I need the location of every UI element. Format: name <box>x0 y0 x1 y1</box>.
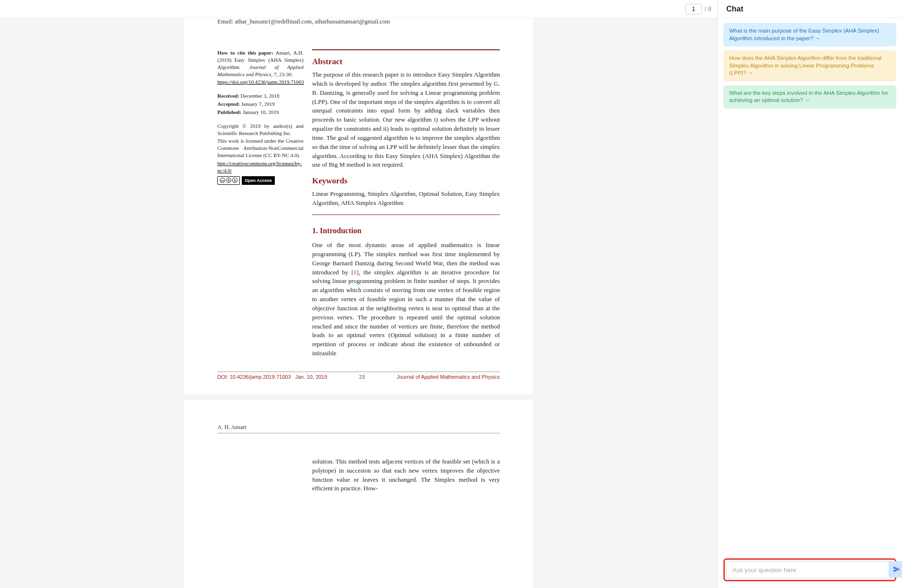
footer-doi: DOI: 10.4236/jamp.2019.71003 <box>217 374 291 380</box>
abstract-heading: Abstract <box>312 57 500 67</box>
pdf-page-2: A. H. Ansari solution. This method tests… <box>184 400 533 588</box>
nc-icon: $ <box>232 178 237 183</box>
suggestion-2[interactable]: How does the AHA Simplex Algorithm diffe… <box>723 50 896 81</box>
footer-journal: Journal of Applied Mathematics and Physi… <box>397 374 500 380</box>
intro-post: , the simplex algorithm is an iterative … <box>312 269 500 357</box>
author-email-line: Email: athar_hussain1@rediffmail.com, at… <box>217 18 500 25</box>
page2-sidecol <box>217 457 304 493</box>
published-date: January 10, 2019 <box>241 109 279 115</box>
cite-label: How to cite this paper: <box>217 50 273 56</box>
introduction-text: One of the most dynamic areas of applied… <box>312 241 500 358</box>
suggestion-1[interactable]: What is the main purpose of the Easy Sim… <box>723 23 896 46</box>
suggestion-list: What is the main purpose of the Easy Sim… <box>718 18 902 113</box>
running-head-author: A. H. Ansari <box>217 424 500 433</box>
doi-link[interactable]: https://doi.org/10.4236/jamp.2019.71003 <box>217 79 304 85</box>
page-number-input[interactable] <box>686 4 702 14</box>
rule-top <box>312 49 500 50</box>
published-label: Published: <box>217 109 241 115</box>
citation-ref[interactable]: [1] <box>351 269 359 276</box>
citation-sidebar: How to cite this paper: Ansari, A.H. (20… <box>217 49 304 358</box>
topbar: / 8 <box>0 0 717 18</box>
main-column: Abstract The purpose of this research pa… <box>312 49 500 358</box>
cc-icon: cc <box>220 178 225 183</box>
send-button[interactable] <box>889 561 902 577</box>
copyright-line-2: This work is licensed under the Creative… <box>217 137 304 159</box>
chat-title: Chat <box>718 0 902 18</box>
chat-input-area <box>718 554 902 588</box>
send-icon <box>893 565 901 573</box>
abstract-text: The purpose of this research paper is to… <box>312 70 500 170</box>
open-access-badge: Open Access <box>242 176 275 185</box>
footer-date: Jan. 10, 2019 <box>295 374 327 380</box>
received-label: Received: <box>217 93 239 99</box>
chat-input-highlight <box>723 558 896 581</box>
accepted-date: January 7, 2019 <box>240 101 275 107</box>
pdf-page-1: Email: athar_hussain1@rediffmail.com, at… <box>184 18 533 394</box>
cc-badge: cc ① $ <box>217 176 240 185</box>
suggestion-3[interactable]: What are the key steps involved in the A… <box>723 85 896 109</box>
app-root: / 8 Email: athar_hussain1@rediffmail.com… <box>0 0 902 588</box>
chat-input[interactable] <box>726 561 893 578</box>
page-total: / 8 <box>705 5 711 12</box>
introduction-heading: 1. Introduction <box>312 226 500 235</box>
rule-bottom <box>312 215 500 215</box>
page-footer: DOI: 10.4236/jamp.2019.71003 Jan. 10, 20… <box>217 372 500 380</box>
keywords-text: Linear Programming, Simplex Algorithm, O… <box>312 190 500 208</box>
footer-page-number: 23 <box>359 374 365 380</box>
journal-vol: , 7, 23-30. <box>271 71 293 77</box>
received-date: December 3, 2018 <box>239 93 280 99</box>
copyright-line-1: Copyright © 2019 by author(s) and Scient… <box>217 123 304 137</box>
by-icon: ① <box>226 178 231 183</box>
keywords-heading: Keywords <box>312 176 500 186</box>
accepted-label: Accepted: <box>217 101 240 107</box>
chat-panel: Chat What is the main purpose of the Eas… <box>718 0 902 588</box>
cc-license-link[interactable]: http://creativecommons.org/licenses/by-n… <box>217 160 302 173</box>
document-pane: / 8 Email: athar_hussain1@rediffmail.com… <box>0 0 718 588</box>
document-scroll[interactable]: Email: athar_hussain1@rediffmail.com, at… <box>0 18 717 588</box>
page2-continuation-text: solution. This method tests adjacent ver… <box>312 457 500 493</box>
